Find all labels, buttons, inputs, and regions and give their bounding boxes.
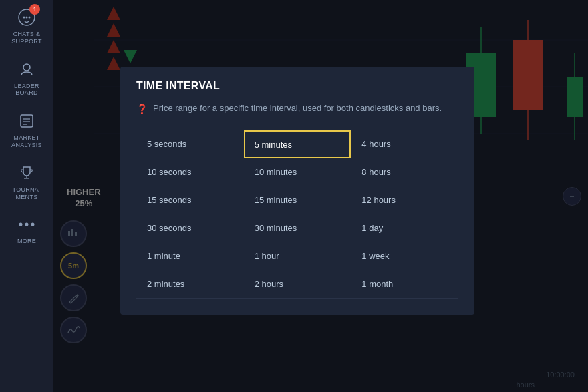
trophy-icon [16,162,37,184]
svg-point-12 [25,223,29,226]
chat-badge: 1 [29,4,40,15]
leaderboard-icon [16,59,37,80]
interval-8h[interactable]: 8 hours [351,158,458,186]
interval-30s[interactable]: 30 seconds [136,214,244,242]
popup-overlay[interactable]: TIME INTERVAL ❓ Price range for a specif… [53,0,588,392]
interval-2min[interactable]: 2 minutes [136,270,244,299]
interval-12h[interactable]: 12 hours [351,186,458,214]
svg-point-2 [26,17,28,19]
interval-30m[interactable]: 30 minutes [244,214,351,242]
sidebar-item-more[interactable]: MORE [0,207,53,252]
interval-1w[interactable]: 1 week [351,242,458,270]
sidebar-market-label: MARKETANALYSIS [11,134,42,149]
svg-point-11 [19,223,23,226]
svg-point-4 [23,64,30,71]
sidebar-more-label: MORE [17,238,36,245]
chat-icon: 1 [16,7,37,28]
interval-10m[interactable]: 10 minutes [244,158,351,186]
popup-description: ❓ Price range for a specific time interv… [136,102,458,116]
interval-15m[interactable]: 15 minutes [244,186,351,214]
svg-point-3 [29,17,31,19]
interval-4h[interactable]: 4 hours [351,130,458,158]
svg-point-13 [31,223,35,226]
info-icon: ❓ [136,102,148,116]
interval-1mo[interactable]: 1 month [351,270,458,299]
interval-1h[interactable]: 1 hour [244,242,351,270]
sidebar-item-leaderboard[interactable]: LEADERBOARD [0,52,53,104]
main-chart-area: HIGHER 25% 5m [53,0,588,392]
interval-10s[interactable]: 10 seconds [136,158,244,186]
sidebar: 1 CHATS &SUPPORT LEADERBOARD MARKETANALY… [0,0,53,392]
popup-title: TIME INTERVAL [136,80,458,92]
market-icon [16,110,37,132]
sidebar-leaderboard-label: LEADERBOARD [14,83,39,97]
sidebar-item-market[interactable]: MARKETANALYSIS [0,104,53,156]
sidebar-chats-label: CHATS &SUPPORT [11,31,41,45]
interval-5m[interactable]: 5 minutes [244,130,351,158]
more-icon [16,214,37,235]
interval-2h[interactable]: 2 hours [244,270,351,299]
sidebar-item-chats[interactable]: 1 CHATS &SUPPORT [0,0,53,52]
interval-1d[interactable]: 1 day [351,214,458,242]
sidebar-tournaments-label: TOURNA-MENTS [13,186,41,201]
time-interval-popup: TIME INTERVAL ❓ Price range for a specif… [120,67,474,315]
interval-1min[interactable]: 1 minute [136,242,244,270]
time-interval-grid: 5 seconds 5 minutes 4 hours 10 seconds 1… [136,130,458,299]
interval-5s[interactable]: 5 seconds [136,130,244,158]
sidebar-item-tournaments[interactable]: TOURNA-MENTS [0,156,53,208]
svg-point-1 [23,17,25,19]
interval-15s[interactable]: 15 seconds [136,186,244,214]
svg-rect-5 [21,115,33,127]
popup-desc-text: Price range for a specific time interval… [153,102,442,115]
